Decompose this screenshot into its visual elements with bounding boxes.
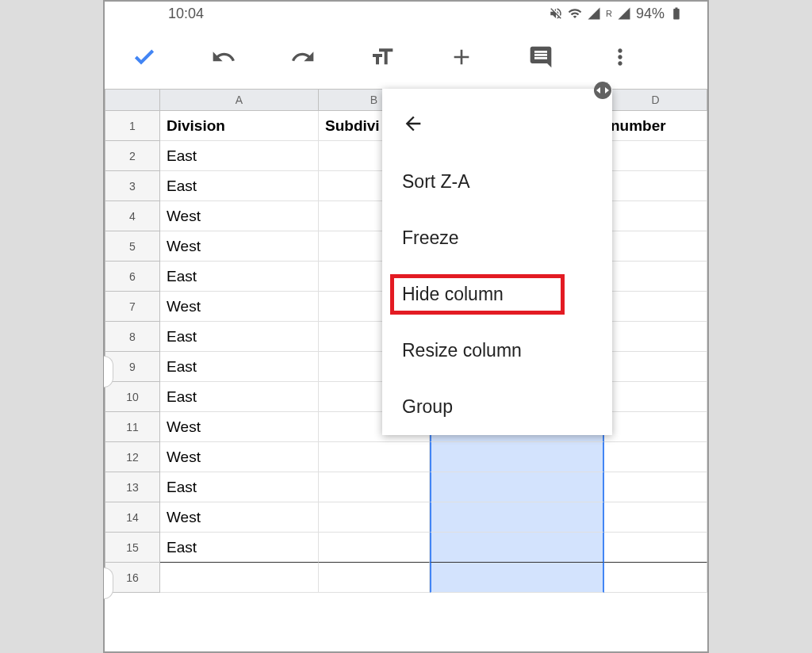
table-row: 16: [105, 563, 707, 593]
cell[interactable]: Division: [160, 111, 319, 141]
undo-button[interactable]: [208, 41, 239, 73]
cell[interactable]: [604, 382, 707, 412]
menu-back-button[interactable]: [382, 105, 612, 154]
cell[interactable]: East: [160, 322, 319, 352]
row-number[interactable]: 15: [105, 533, 160, 563]
status-bar: 10:04 R 94%: [105, 2, 707, 25]
cell[interactable]: [604, 472, 707, 502]
table-row: 12West: [105, 442, 707, 472]
cell[interactable]: East: [160, 141, 319, 171]
cell[interactable]: [319, 442, 430, 472]
comment-button[interactable]: [525, 41, 557, 73]
cell[interactable]: [604, 502, 707, 533]
cell[interactable]: [430, 533, 604, 563]
cell[interactable]: [604, 412, 707, 442]
battery-percent: 94%: [636, 6, 665, 22]
menu-sort-za[interactable]: Sort Z-A: [382, 154, 612, 210]
status-icons: R 94%: [549, 6, 684, 22]
row-number[interactable]: 14: [105, 502, 160, 533]
select-all-cell[interactable]: [105, 89, 160, 111]
context-menu: Sort Z-A Freeze Hide column Resize colum…: [382, 89, 612, 435]
column-header-a[interactable]: A: [160, 89, 319, 111]
signal2-icon: [617, 6, 631, 21]
row-number[interactable]: 4: [105, 201, 160, 231]
row-number[interactable]: 10: [105, 382, 160, 412]
confirm-button[interactable]: [128, 41, 160, 73]
row-number[interactable]: 12: [105, 442, 160, 472]
cell[interactable]: [430, 442, 604, 472]
cell[interactable]: [604, 262, 707, 292]
column-header-d[interactable]: D: [604, 89, 707, 111]
cell[interactable]: [430, 502, 604, 533]
table-row: 15East: [105, 533, 707, 563]
menu-resize-column[interactable]: Resize column: [382, 323, 612, 379]
cell[interactable]: West: [160, 442, 319, 472]
spreadsheet[interactable]: A B C D 1DivisionSubdivinumber2East3East…: [105, 89, 707, 593]
cell[interactable]: [604, 322, 707, 352]
cell[interactable]: number: [604, 111, 707, 141]
cell[interactable]: [319, 472, 430, 502]
sheet-tab-indicator[interactable]: [104, 356, 113, 388]
cell[interactable]: [430, 563, 604, 593]
row-number[interactable]: 11: [105, 412, 160, 442]
cell[interactable]: [604, 563, 707, 593]
menu-freeze[interactable]: Freeze: [382, 210, 612, 266]
cell[interactable]: West: [160, 231, 319, 262]
insert-button[interactable]: [446, 41, 477, 73]
format-button[interactable]: [366, 41, 398, 73]
row-number[interactable]: 5: [105, 231, 160, 262]
mute-icon: [549, 6, 563, 21]
row-number[interactable]: 1: [105, 111, 160, 141]
column-resize-handle[interactable]: [594, 82, 611, 99]
cell[interactable]: West: [160, 502, 319, 533]
status-time: 10:04: [168, 6, 204, 22]
battery-icon: [669, 6, 684, 21]
menu-hide-column[interactable]: Hide column: [382, 266, 612, 323]
row-number[interactable]: 7: [105, 292, 160, 322]
sheet-tab-indicator[interactable]: [104, 567, 113, 599]
toolbar: [105, 25, 707, 89]
cell[interactable]: West: [160, 292, 319, 322]
redo-button[interactable]: [287, 41, 319, 73]
cell[interactable]: [319, 533, 430, 563]
cell[interactable]: East: [160, 262, 319, 292]
cell[interactable]: [604, 231, 707, 262]
wifi-icon: [568, 6, 582, 21]
row-number[interactable]: 2: [105, 141, 160, 171]
cell[interactable]: [604, 442, 707, 472]
cell[interactable]: [604, 201, 707, 231]
cell[interactable]: West: [160, 201, 319, 231]
cell[interactable]: East: [160, 352, 319, 382]
cell[interactable]: [319, 502, 430, 533]
table-row: 14West: [105, 502, 707, 533]
cell[interactable]: [604, 141, 707, 171]
cell[interactable]: East: [160, 382, 319, 412]
signal-icon: [587, 6, 601, 21]
row-number[interactable]: 3: [105, 171, 160, 201]
cell[interactable]: West: [160, 412, 319, 442]
cell[interactable]: [604, 533, 707, 563]
cell[interactable]: [430, 472, 604, 502]
menu-group[interactable]: Group: [382, 379, 612, 435]
row-number[interactable]: 13: [105, 472, 160, 502]
cell[interactable]: [604, 292, 707, 322]
cell[interactable]: [604, 171, 707, 201]
more-button[interactable]: [604, 41, 636, 73]
row-number[interactable]: 6: [105, 262, 160, 292]
row-number[interactable]: 8: [105, 322, 160, 352]
cell[interactable]: East: [160, 472, 319, 502]
table-row: 13East: [105, 472, 707, 502]
cell[interactable]: East: [160, 171, 319, 201]
cell[interactable]: [160, 563, 319, 593]
cell[interactable]: [319, 563, 430, 593]
cell[interactable]: [604, 352, 707, 382]
cell[interactable]: East: [160, 533, 319, 563]
